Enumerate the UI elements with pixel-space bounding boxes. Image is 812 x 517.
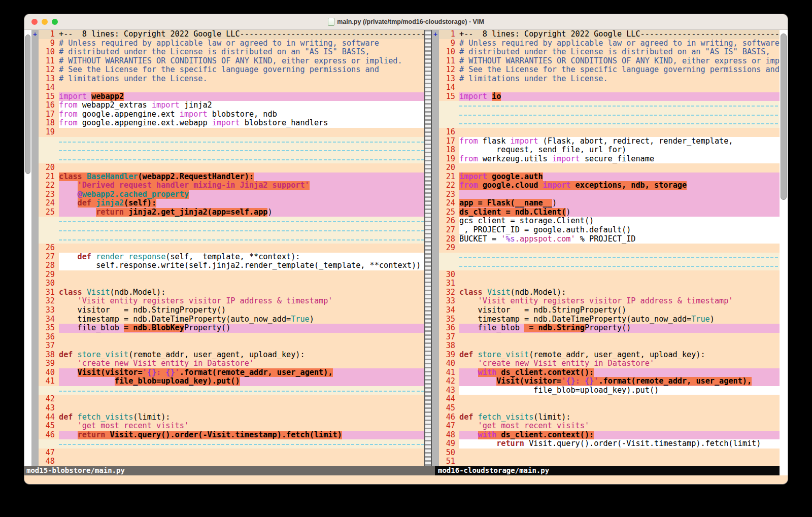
filler-line[interactable] <box>39 226 424 235</box>
code-line[interactable]: 49 return Visit.query().order(-Visit.tim… <box>439 439 780 449</box>
code-line[interactable]: 16 <box>439 128 780 137</box>
code-line[interactable]: 26 <box>39 244 424 253</box>
code-line[interactable]: 44def fetch_visits(limit): <box>39 413 424 422</box>
code-line[interactable]: 44 <box>439 395 780 404</box>
code-line[interactable]: 14 <box>39 83 424 92</box>
code-line[interactable]: 26gcs_client = storage.Client() <box>439 217 780 226</box>
code-line[interactable]: 14 <box>439 83 780 92</box>
code-line[interactable]: 13# limitations under the License. <box>439 75 780 84</box>
code-line[interactable]: 45 <box>439 404 780 413</box>
filler-line[interactable] <box>39 235 424 244</box>
code-line[interactable]: 35 timestamp = ndb.DateTimeProperty(auto… <box>439 315 780 324</box>
code-line[interactable]: 10# distributed under the License is dis… <box>39 48 424 57</box>
fold-line[interactable]: 1+-- 8 lines: Copyright 2022 Google LLC-… <box>439 30 780 39</box>
code-line[interactable]: 30 <box>439 270 780 280</box>
code-line[interactable]: 31class Visit(ndb.Model): <box>39 288 424 297</box>
code-line[interactable]: 32 'Visit entity registers visitor IP ad… <box>39 297 424 306</box>
code-line[interactable]: 31 <box>439 279 780 288</box>
code-line[interactable]: 16from webapp2_extras import jinja2 <box>39 101 424 110</box>
code-line[interactable]: 28 self.response.write(self.jinja2.rende… <box>39 261 424 270</box>
code-line[interactable]: 48 <box>39 457 424 466</box>
code-line[interactable]: 11# WITHOUT WARRANTIES OR CONDITIONS OF … <box>439 57 780 66</box>
code-line[interactable]: 40 Visit(visitor='{}: {}'.format(remote_… <box>39 368 424 377</box>
code-line[interactable]: 33 'Visit entity registers visitor IP ad… <box>439 297 780 306</box>
code-line[interactable]: 20 <box>39 163 424 173</box>
code-line[interactable]: 42 <box>39 395 424 404</box>
code-line[interactable]: 37 <box>439 333 780 342</box>
right-scrollbar-thumb[interactable] <box>781 33 787 200</box>
code-line[interactable]: 51 <box>439 457 780 466</box>
code-line[interactable]: 27 def render_response(self, _template, … <box>39 253 424 262</box>
filler-line[interactable] <box>39 155 424 164</box>
left-diff-pane[interactable]: + 1+-- 8 lines: Copyright 2022 Google LL… <box>31 30 424 466</box>
code-line[interactable]: 34 visitor = ndb.StringProperty() <box>439 306 780 315</box>
titlebar[interactable]: main.py (/private/tmp/mod16-cloudstorage… <box>24 14 788 30</box>
filler-line[interactable] <box>439 119 780 128</box>
code-line[interactable]: 24 def jinja2(self): <box>39 199 424 208</box>
fold-plus-icon[interactable]: + <box>33 30 37 38</box>
filler-line[interactable] <box>39 217 424 226</box>
code-line[interactable]: 17from flask import (Flask, abort, redir… <box>439 137 780 146</box>
code-line[interactable]: 29 <box>439 244 780 253</box>
code-line[interactable]: 40 'create new Visit entity in Datastore… <box>439 359 780 368</box>
code-line[interactable]: 9# Unless required by applicable law or … <box>439 39 780 48</box>
code-line[interactable]: 42 Visit(visitor='{}: {}'.format(remote_… <box>439 377 780 386</box>
code-line[interactable]: 46 return Visit.query().order(-Visit.tim… <box>39 431 424 440</box>
code-line[interactable]: 47 'get most recent visits' <box>439 422 780 431</box>
code-line[interactable]: 22from google.cloud import exceptions, n… <box>439 181 780 190</box>
split-separator[interactable] <box>424 30 432 466</box>
code-line[interactable]: 38def store_visit(remote_addr, user_agen… <box>39 351 424 360</box>
left-scrollbar[interactable] <box>24 30 31 466</box>
code-line[interactable]: 20 <box>439 163 780 173</box>
code-line[interactable]: 12# See the License for the specific lan… <box>439 65 780 75</box>
filler-line[interactable] <box>439 101 780 110</box>
fold-line[interactable]: 1+-- 8 lines: Copyright 2022 Google LLC-… <box>39 30 424 39</box>
code-line[interactable]: 10# distributed under the License is dis… <box>439 48 780 57</box>
code-line[interactable]: 19 <box>39 128 424 137</box>
code-line[interactable]: 34 timestamp = ndb.DateTimeProperty(auto… <box>39 315 424 324</box>
code-line[interactable]: 28BUCKET = '%s.appspot.com' % PROJECT_ID <box>439 235 780 244</box>
code-line[interactable]: 21import google.auth <box>439 173 780 182</box>
code-line[interactable]: 11# WITHOUT WARRANTIES OR CONDITIONS OF … <box>39 57 424 66</box>
filler-line[interactable] <box>39 146 424 155</box>
code-line[interactable]: 13# limitations under the License. <box>39 75 424 84</box>
code-line[interactable]: 39 'create new Visit entity in Datastore… <box>39 359 424 368</box>
code-line[interactable]: 18 request, send_file, url_for) <box>439 146 780 155</box>
filler-line[interactable] <box>39 386 424 395</box>
code-line[interactable]: 38 <box>439 341 780 351</box>
code-line[interactable]: 27_, PROJECT_ID = google.auth.default() <box>439 226 780 235</box>
right-scrollbar[interactable] <box>780 30 788 466</box>
code-line[interactable]: 17from google.appengine.ext import blobs… <box>39 110 424 119</box>
code-line[interactable]: 43 file_blob=upload_key).put() <box>439 386 780 395</box>
code-line[interactable]: 32class Visit(ndb.Model): <box>439 288 780 297</box>
code-line[interactable]: 15import webapp2 <box>39 92 424 101</box>
code-line[interactable]: 36 <box>39 333 424 342</box>
code-line[interactable]: 43 <box>39 404 424 413</box>
code-line[interactable]: 23 <box>439 190 780 199</box>
fold-plus-icon[interactable]: + <box>433 30 437 38</box>
filler-line[interactable] <box>39 137 424 146</box>
code-line[interactable]: 48 with ds_client.context(): <box>439 431 780 440</box>
filler-line[interactable] <box>439 261 780 270</box>
code-line[interactable]: 50 <box>439 449 780 458</box>
filler-line[interactable] <box>439 110 780 119</box>
code-line[interactable]: 45 'get most recent visits' <box>39 422 424 431</box>
code-line[interactable]: 18from google.appengine.ext.webapp impor… <box>39 119 424 128</box>
filler-line[interactable] <box>439 253 780 262</box>
code-line[interactable]: 47 <box>39 449 424 458</box>
code-line[interactable]: 12# See the License for the specific lan… <box>39 65 424 75</box>
code-line[interactable]: 41 with ds_client.context(): <box>439 368 780 377</box>
code-line[interactable]: 15import io <box>439 92 780 101</box>
code-line[interactable]: 23 @webapp2.cached_property <box>39 190 424 199</box>
code-line[interactable]: 33 visitor = ndb.StringProperty() <box>39 306 424 315</box>
command-line[interactable] <box>24 475 788 484</box>
code-line[interactable]: 39def store_visit(remote_addr, user_agen… <box>439 351 780 360</box>
code-line[interactable]: 21class BaseHandler(webapp2.RequestHandl… <box>39 173 424 182</box>
code-line[interactable]: 25 return jinja2.get_jinja2(app=self.app… <box>39 208 424 217</box>
code-line[interactable]: 30 <box>39 279 424 288</box>
code-line[interactable]: 35 file_blob = ndb.BlobKeyProperty() <box>39 324 424 333</box>
left-scrollbar-thumb[interactable] <box>25 35 30 174</box>
code-line[interactable]: 25ds_client = ndb.Client() <box>439 208 780 217</box>
code-line[interactable]: 41 file_blob=upload_key).put() <box>39 377 424 386</box>
code-line[interactable]: 29 <box>39 270 424 280</box>
